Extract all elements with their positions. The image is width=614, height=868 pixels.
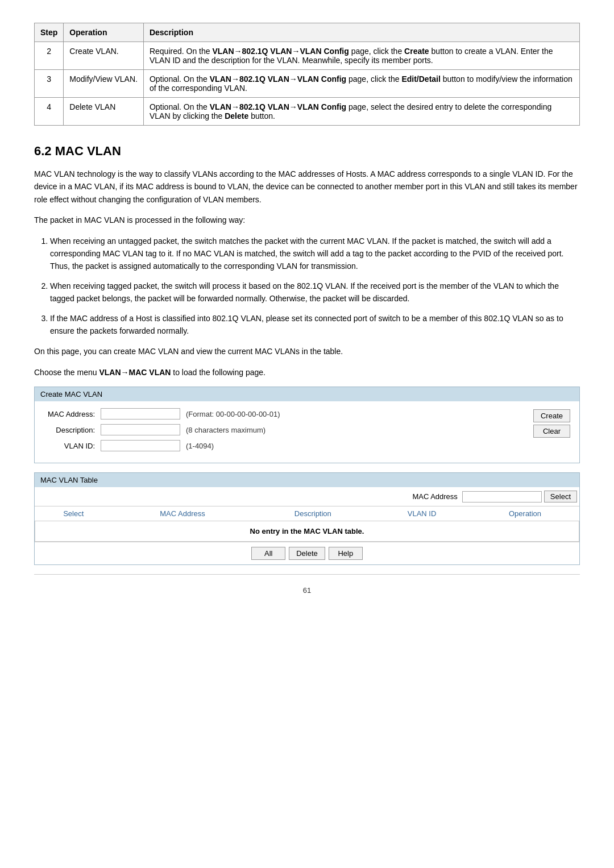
vlan-id-input[interactable] [101, 440, 180, 451]
col-header-description: Description [143, 23, 579, 42]
table-row: 3 Modify/View VLAN. Optional. On the VLA… [35, 70, 580, 98]
mac-address-row: MAC Address: (Format: 00-00-00-00-00-01) [44, 408, 522, 420]
intro-paragraph-2: The packet in MAC VLAN is processed in t… [34, 214, 580, 226]
col-operation: Operation [471, 506, 579, 521]
list-item: If the MAC address of a Host is classifi… [50, 312, 580, 338]
step-operation: Modify/View VLAN. [64, 70, 144, 98]
create-panel-body: MAC Address: (Format: 00-00-00-00-00-01)… [35, 401, 579, 463]
table-row: 2 Create VLAN. Required. On the VLAN→802… [35, 42, 580, 70]
list-item: When receiving an untagged packet, the s… [50, 235, 580, 273]
col-vlan-id: VLAN ID [373, 506, 471, 521]
description-label: Description: [44, 426, 101, 434]
description-row: Description: (8 characters maximum) [44, 424, 522, 435]
step-operation: Create VLAN. [64, 42, 144, 70]
mac-address-label: MAC Address: [44, 410, 101, 418]
table-search-row: MAC Address Select [35, 487, 579, 506]
select-search-button[interactable]: Select [544, 491, 577, 502]
mac-vlan-data-table: Select MAC Address Description VLAN ID O… [35, 506, 579, 542]
step-operation: Delete VLAN [64, 98, 144, 126]
clear-button[interactable]: Clear [533, 425, 570, 438]
step-number: 3 [35, 70, 64, 98]
list-item: When receiving tagged packet, the switch… [50, 280, 580, 305]
help-button[interactable]: Help [329, 547, 363, 560]
col-header-operation: Operation [64, 23, 144, 42]
step-description: Optional. On the VLAN→802.1Q VLAN→VLAN C… [143, 98, 579, 126]
vlan-id-hint: (1-4094) [186, 442, 214, 450]
col-mac-address: MAC Address [112, 506, 253, 521]
mac-address-input[interactable] [101, 408, 180, 420]
page-number: 61 [34, 586, 580, 595]
outro-paragraph-2: Choose the menu VLAN→MAC VLAN to load th… [34, 366, 580, 379]
table-bottom-buttons: All Delete Help [35, 542, 579, 564]
create-button[interactable]: Create [533, 409, 570, 422]
step-description: Required. On the VLAN→802.1Q VLAN→VLAN C… [143, 42, 579, 70]
create-form-layout: MAC Address: (Format: 00-00-00-00-00-01)… [44, 408, 570, 456]
delete-button[interactable]: Delete [289, 547, 325, 560]
mac-address-hint: (Format: 00-00-00-00-00-01) [186, 410, 280, 418]
outro-paragraph-1: On this page, you can create MAC VLAN an… [34, 345, 580, 358]
mac-vlan-col-headers: Select MAC Address Description VLAN ID O… [35, 506, 579, 521]
vlan-id-row: VLAN ID: (1-4094) [44, 440, 522, 451]
create-panel-header: Create MAC VLAN [35, 387, 579, 401]
vlan-id-label: VLAN ID: [44, 442, 101, 450]
description-hint: (8 characters maximum) [186, 426, 265, 434]
table-row: 4 Delete VLAN Optional. On the VLAN→802.… [35, 98, 580, 126]
create-form-buttons: Create Clear [533, 408, 570, 438]
all-button[interactable]: All [251, 547, 285, 560]
no-entry-row: No entry in the MAC VLAN table. [35, 521, 579, 542]
no-entry-message: No entry in the MAC VLAN table. [35, 521, 579, 542]
step-description: Optional. On the VLAN→802.1Q VLAN→VLAN C… [143, 70, 579, 98]
intro-paragraph-1: MAC VLAN technology is the way to classi… [34, 168, 580, 206]
create-mac-vlan-panel: Create MAC VLAN MAC Address: (Format: 00… [34, 387, 580, 463]
step-number: 4 [35, 98, 64, 126]
mac-vlan-table-body: MAC Address Select Select MAC Address De… [35, 487, 579, 564]
mac-vlan-table-header: MAC VLAN Table [35, 473, 579, 487]
step-number: 2 [35, 42, 64, 70]
create-form-fields: MAC Address: (Format: 00-00-00-00-00-01)… [44, 408, 522, 456]
col-description: Description [253, 506, 373, 521]
table-search-label: MAC Address [412, 492, 457, 501]
col-select: Select [35, 506, 112, 521]
mac-address-search-input[interactable] [462, 491, 542, 502]
divider [34, 574, 580, 575]
col-header-step: Step [35, 23, 64, 42]
description-input[interactable] [101, 424, 180, 435]
step-table: Step Operation Description 2 Create VLAN… [34, 23, 580, 126]
mac-vlan-table-panel: MAC VLAN Table MAC Address Select Select… [34, 472, 580, 565]
processing-list: When receiving an untagged packet, the s… [50, 235, 580, 338]
section-heading: 6.2 MAC VLAN [34, 144, 580, 159]
